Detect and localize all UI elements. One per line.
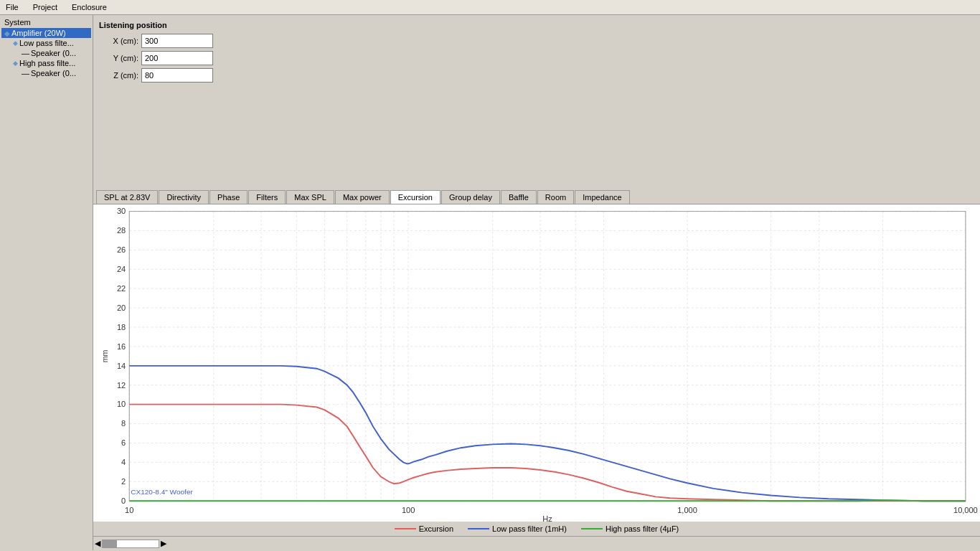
chart-area: 30 28 26 24 22 20 18 16 14 12 10 8 6 4 2… bbox=[93, 204, 980, 522]
svg-text:10: 10 bbox=[117, 400, 126, 409]
highpass-label: High pass filter (4µF) bbox=[606, 524, 679, 533]
svg-text:14: 14 bbox=[117, 362, 126, 370]
sidebar-item-lowpass[interactable]: ◆ Low pass filte... bbox=[1, 38, 91, 48]
svg-text:18: 18 bbox=[117, 323, 126, 331]
x-input[interactable] bbox=[141, 34, 213, 48]
sidebar-item-speaker1[interactable]: — Speaker (0... bbox=[1, 48, 91, 58]
chart-svg: 30 28 26 24 22 20 18 16 14 12 10 8 6 4 2… bbox=[93, 204, 980, 522]
svg-text:6: 6 bbox=[121, 439, 126, 448]
scroll-left-icon[interactable]: ◀ bbox=[95, 539, 100, 548]
z-input[interactable] bbox=[141, 68, 213, 83]
svg-text:10: 10 bbox=[125, 507, 133, 515]
y-input[interactable] bbox=[141, 51, 213, 65]
svg-text:mm: mm bbox=[100, 350, 109, 363]
svg-text:8: 8 bbox=[121, 420, 126, 428]
sidebar: System ◆ Amplifier (20W) ◆ Low pass filt… bbox=[0, 15, 93, 550]
listening-position-panel: Listening position X (cm): Y (cm): Z (cm… bbox=[99, 21, 974, 83]
tab-phase[interactable]: Phase bbox=[209, 190, 248, 204]
tab-bar: SPL at 2.83V Directivity Phase Filters M… bbox=[93, 187, 980, 204]
sidebar-item-amplifier[interactable]: ◆ Amplifier (20W) bbox=[1, 28, 91, 38]
svg-rect-0 bbox=[93, 204, 980, 522]
scrollbar-track[interactable] bbox=[102, 540, 159, 548]
highpass-icon: ◆ bbox=[13, 60, 18, 67]
menu-file[interactable]: File bbox=[3, 1, 22, 13]
bottom-bar: ◀ ▶ bbox=[93, 536, 980, 550]
menubar: File Project Enclosure bbox=[0, 0, 980, 15]
tab-impedance[interactable]: Impedance bbox=[575, 190, 629, 204]
svg-text:2: 2 bbox=[121, 477, 126, 486]
scrollbar-thumb[interactable] bbox=[103, 540, 117, 547]
scroll-right-icon[interactable]: ▶ bbox=[161, 539, 166, 548]
lowpass-icon: ◆ bbox=[13, 39, 18, 47]
dash2-icon: — bbox=[22, 69, 29, 77]
svg-text:30: 30 bbox=[117, 207, 126, 216]
svg-text:1,000: 1,000 bbox=[677, 507, 697, 515]
z-row: Z (cm): bbox=[99, 68, 974, 83]
lowpass-label: Low pass filter (1mH) bbox=[492, 524, 567, 533]
tab-maxspl[interactable]: Max SPL bbox=[286, 190, 334, 204]
svg-text:4: 4 bbox=[121, 458, 126, 466]
svg-text:24: 24 bbox=[117, 265, 126, 273]
svg-text:Hz: Hz bbox=[542, 514, 552, 522]
svg-text:20: 20 bbox=[117, 303, 126, 312]
menu-enclosure[interactable]: Enclosure bbox=[69, 1, 110, 13]
svg-text:0: 0 bbox=[121, 496, 126, 505]
tab-maxpower[interactable]: Max power bbox=[335, 190, 390, 204]
svg-text:22: 22 bbox=[117, 284, 126, 293]
legend-highpass: High pass filter (4µF) bbox=[581, 524, 679, 533]
y-row: Y (cm): bbox=[99, 51, 974, 65]
legend-lowpass: Low pass filter (1mH) bbox=[468, 524, 567, 533]
legend-excursion: Excursion bbox=[395, 524, 453, 533]
x-label: X (cm): bbox=[99, 37, 138, 45]
sidebar-item-highpass[interactable]: ◆ High pass filte... bbox=[1, 58, 91, 68]
chart-legend: Excursion Low pass filter (1mH) High pas… bbox=[93, 522, 980, 536]
svg-text:CX120-8.4" Woofer: CX120-8.4" Woofer bbox=[131, 488, 193, 496]
svg-text:26: 26 bbox=[117, 245, 126, 254]
svg-text:28: 28 bbox=[117, 227, 126, 235]
listening-position-title: Listening position bbox=[99, 21, 974, 29]
svg-text:10,000: 10,000 bbox=[953, 507, 978, 515]
top-panel: Listening position X (cm): Y (cm): Z (cm… bbox=[93, 15, 980, 187]
tab-directivity[interactable]: Directivity bbox=[159, 190, 209, 204]
tab-filters[interactable]: Filters bbox=[248, 190, 286, 204]
tab-baffle[interactable]: Baffle bbox=[501, 190, 537, 204]
sidebar-item-speaker2[interactable]: — Speaker (0... bbox=[1, 68, 91, 78]
sidebar-title: System bbox=[1, 17, 91, 28]
excursion-label: Excursion bbox=[419, 524, 453, 533]
amplifier-icon: ◆ bbox=[4, 29, 10, 37]
svg-text:100: 100 bbox=[402, 507, 415, 515]
menu-project[interactable]: Project bbox=[30, 1, 60, 13]
z-label: Z (cm): bbox=[99, 71, 138, 80]
svg-text:12: 12 bbox=[117, 381, 126, 390]
y-label: Y (cm): bbox=[99, 54, 138, 62]
dash-icon: — bbox=[22, 49, 29, 57]
highpass-line bbox=[581, 528, 603, 529]
svg-text:16: 16 bbox=[117, 342, 126, 351]
tab-excursion[interactable]: Excursion bbox=[390, 190, 440, 204]
tab-groupdelay[interactable]: Group delay bbox=[441, 190, 500, 204]
excursion-line bbox=[395, 528, 416, 529]
lowpass-line bbox=[468, 528, 489, 529]
x-row: X (cm): bbox=[99, 34, 974, 48]
tab-room[interactable]: Room bbox=[537, 190, 574, 204]
tab-spl[interactable]: SPL at 2.83V bbox=[96, 190, 158, 204]
